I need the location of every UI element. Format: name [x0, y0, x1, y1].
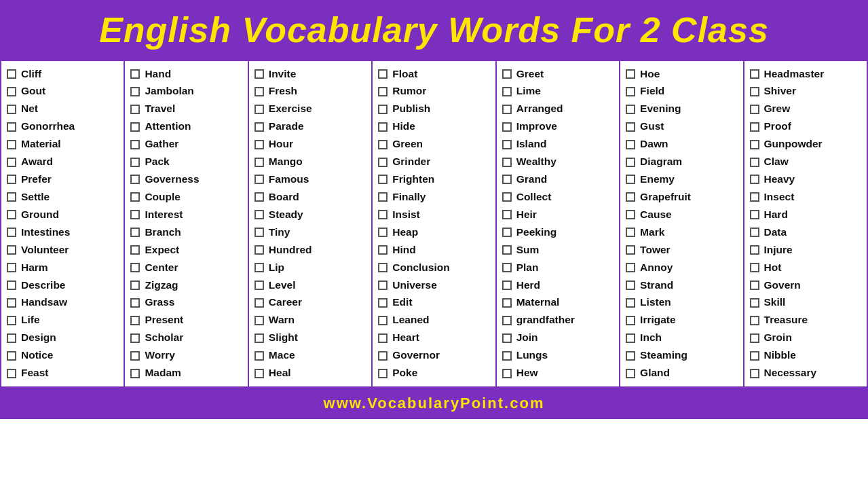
checkbox-icon: [750, 316, 759, 325]
word-label: Describe: [21, 278, 65, 293]
list-item: Annoy: [626, 259, 737, 276]
list-item: Gout: [7, 83, 118, 101]
list-item: Heal: [254, 365, 366, 382]
word-label: Gland: [640, 366, 670, 380]
word-label: Maternal: [516, 295, 560, 310]
checkbox-icon: [378, 316, 388, 325]
checkbox-icon: [502, 210, 512, 219]
word-label: Mango: [269, 155, 303, 169]
word-label: Harm: [21, 261, 48, 275]
list-item: Slight: [254, 329, 366, 347]
list-item: Skill: [750, 294, 861, 312]
list-item: Leaned: [378, 312, 489, 329]
checkbox-icon: [378, 333, 388, 343]
list-item: Hew: [502, 365, 614, 382]
word-label: Award: [21, 155, 53, 169]
list-item: Parade: [254, 118, 366, 136]
checkbox-icon: [254, 210, 264, 219]
word-label: Interest: [145, 208, 183, 222]
word-label: Proof: [764, 120, 791, 134]
checkbox-icon: [502, 228, 512, 237]
list-item: Lime: [502, 83, 614, 101]
word-label: Hind: [392, 243, 415, 257]
word-label: Hot: [764, 261, 782, 275]
word-label: Arranged: [516, 102, 563, 116]
checkbox-icon: [254, 298, 264, 308]
list-item: Mango: [254, 153, 366, 171]
word-label: Worry: [145, 348, 175, 363]
word-label: Pack: [145, 155, 169, 169]
word-label: Grew: [764, 102, 791, 116]
checkbox-icon: [502, 158, 512, 167]
word-label: grandfather: [516, 313, 575, 327]
checkbox-icon: [502, 263, 512, 272]
checkbox-icon: [254, 105, 264, 114]
list-item: Hide: [378, 118, 489, 136]
checkbox-icon: [502, 333, 512, 343]
checkbox-icon: [7, 105, 16, 114]
list-item: Intestines: [7, 223, 118, 241]
checkbox-icon: [626, 210, 635, 219]
word-label: Center: [145, 261, 178, 275]
list-item: Award: [7, 153, 118, 171]
checkbox-icon: [750, 87, 759, 96]
checkbox-icon: [378, 263, 388, 272]
word-label: Publish: [392, 102, 430, 116]
checkbox-icon: [626, 87, 635, 96]
checkbox-icon: [130, 69, 140, 79]
word-label: Wealthy: [516, 155, 556, 169]
list-item: Exercise: [254, 101, 366, 118]
list-item: Conclusion: [378, 259, 489, 276]
word-label: Attention: [145, 120, 191, 134]
list-item: Plan: [502, 259, 614, 276]
checkbox-icon: [130, 87, 140, 96]
checkbox-icon: [7, 228, 16, 237]
list-item: Herd: [502, 276, 614, 294]
checkbox-icon: [254, 158, 264, 167]
word-label: Career: [269, 295, 302, 310]
list-item: Listen: [626, 294, 737, 312]
list-item: Expect: [130, 241, 242, 259]
word-label: Hand: [145, 67, 171, 82]
word-label: Strand: [640, 278, 673, 293]
list-item: Fresh: [254, 83, 366, 101]
word-label: Injure: [764, 243, 793, 257]
list-item: Irrigate: [626, 312, 737, 329]
list-item: Enemy: [626, 171, 737, 189]
list-item: Steaming: [626, 347, 737, 365]
footer-url: www.VocabularyPoint.com: [324, 395, 545, 412]
checkbox-icon: [378, 351, 388, 361]
list-item: Center: [130, 259, 242, 276]
list-item: Maternal: [502, 294, 614, 312]
word-label: Collect: [516, 190, 552, 204]
word-label: Intestines: [21, 225, 70, 240]
word-label: Gonorrhea: [21, 120, 75, 134]
list-item: Evening: [626, 101, 737, 118]
word-table: CliffGoutNetGonorrheaMaterialAwardPrefer…: [0, 60, 868, 388]
word-label: Heal: [269, 366, 291, 380]
word-label: Mark: [640, 225, 664, 240]
list-item: Necessary: [750, 365, 861, 382]
word-label: Hide: [392, 120, 415, 134]
word-label: Famous: [269, 173, 309, 187]
word-label: Green: [392, 137, 423, 151]
word-label: Warn: [269, 313, 295, 327]
word-label: Frighten: [392, 173, 434, 187]
checkbox-icon: [626, 158, 635, 167]
checkbox-icon: [378, 87, 388, 96]
list-item: Governess: [130, 171, 242, 189]
checkbox-icon: [254, 351, 264, 361]
word-label: Cliff: [21, 67, 41, 82]
checkbox-icon: [7, 175, 16, 184]
checkbox-icon: [378, 69, 388, 79]
checkbox-icon: [378, 175, 388, 184]
list-item: Prefer: [7, 171, 118, 189]
word-label: Nibble: [764, 348, 796, 363]
checkbox-icon: [626, 298, 635, 308]
word-label: Heavy: [764, 173, 795, 187]
checkbox-icon: [130, 228, 140, 237]
checkbox-icon: [254, 245, 264, 255]
list-item: Zigzag: [130, 276, 242, 294]
checkbox-icon: [626, 351, 635, 361]
word-label: Improve: [516, 120, 557, 134]
